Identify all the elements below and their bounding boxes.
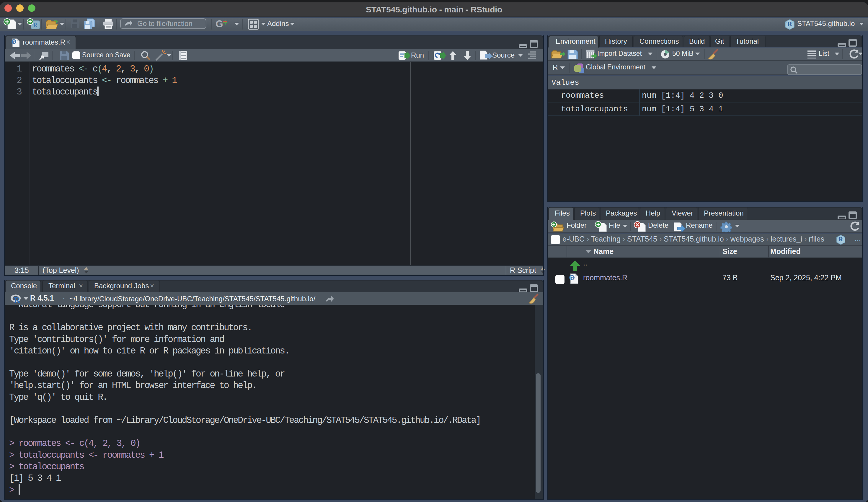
svg-text:R: R xyxy=(570,276,574,280)
svg-text:R: R xyxy=(12,40,16,44)
svg-text:R: R xyxy=(839,236,843,243)
svg-text:R: R xyxy=(14,295,20,304)
svg-text:R: R xyxy=(787,20,793,28)
svg-text:R: R xyxy=(33,22,38,28)
